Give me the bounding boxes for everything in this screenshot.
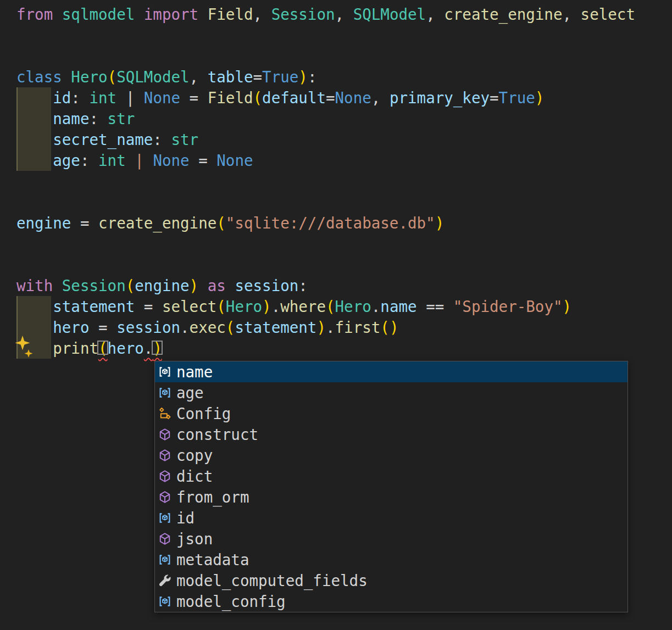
code-line[interactable]: name: str <box>16 108 635 129</box>
code-line[interactable] <box>16 233 635 254</box>
code-token: = <box>89 319 116 336</box>
code-token: : <box>80 152 98 169</box>
symbol-method-icon <box>158 470 171 483</box>
code-token: default <box>262 89 326 107</box>
code-token: == <box>417 298 453 315</box>
code-token: with <box>16 277 53 294</box>
code-token: ) <box>435 214 445 232</box>
code-editor-screenshot: { "theme": { "editor_background": "#2121… <box>0 0 672 630</box>
symbol-property-wrench-icon <box>158 574 171 587</box>
code-token: from <box>16 5 53 23</box>
code-token <box>135 5 144 23</box>
suggestion-item-age[interactable]: age <box>155 382 627 403</box>
code-token: where <box>280 298 326 315</box>
code-area[interactable]: from sqlmodel import Field, Session, SQL… <box>16 4 635 359</box>
code-token: "sqlite:///database.db" <box>226 214 435 232</box>
code-line[interactable]: hero = session.exec(statement).first() <box>16 317 635 338</box>
code-token: . <box>371 298 381 315</box>
bracket-match-token: ( <box>98 339 108 357</box>
suggestion-label: json <box>176 528 213 549</box>
code-token: , <box>562 5 580 23</box>
code-line[interactable]: age: int | None = None <box>16 150 635 171</box>
suggestion-item-from_orm[interactable]: from_orm <box>155 487 627 508</box>
code-line[interactable] <box>16 25 635 46</box>
code-token: | <box>116 89 144 107</box>
copilot-sparkle-icon[interactable] <box>14 335 37 360</box>
suggestion-item-id[interactable]: id <box>155 508 627 528</box>
code-line[interactable]: statement = select(Hero).where(Hero.name… <box>16 296 635 317</box>
suggestion-item-Config[interactable]: Config <box>155 403 627 424</box>
code-token <box>16 89 53 107</box>
code-token <box>53 277 62 294</box>
code-token: Field <box>208 5 253 23</box>
code-token: Session <box>271 5 335 23</box>
code-token: , <box>426 5 444 23</box>
code-line[interactable] <box>16 46 635 66</box>
code-line[interactable]: print(hero.) <box>16 338 635 359</box>
symbol-method-icon <box>158 490 171 504</box>
code-token: ) <box>190 277 199 294</box>
code-token: select <box>581 5 635 23</box>
symbol-method-icon <box>158 532 171 545</box>
symbol-class-icon <box>158 407 171 420</box>
code-line[interactable] <box>16 171 635 192</box>
code-token: None <box>144 89 180 107</box>
code-token: ( <box>380 319 390 336</box>
code-token: ( <box>216 214 226 232</box>
suggestion-item-metadata[interactable]: metadata <box>155 549 627 570</box>
code-token: ( <box>126 277 135 294</box>
code-line[interactable]: class Hero(SQLModel, table=True): <box>16 66 635 87</box>
code-token: = <box>490 89 499 107</box>
code-token: Hero <box>226 298 262 315</box>
code-token: secret_name <box>53 131 153 148</box>
code-token: engine <box>16 214 71 232</box>
code-token: Session <box>62 277 126 294</box>
suggestion-item-model_computed_fields[interactable]: model_computed_fields <box>155 570 627 591</box>
code-token: ) <box>535 89 545 107</box>
suggestion-item-construct[interactable]: construct <box>155 424 627 445</box>
suggestion-item-copy[interactable]: copy <box>155 445 627 466</box>
suggestion-item-dict[interactable]: dict <box>155 466 627 487</box>
suggestion-label: age <box>176 382 204 403</box>
code-token: True <box>262 68 298 86</box>
code-line[interactable] <box>16 254 635 275</box>
code-token: . <box>271 298 281 315</box>
symbol-field-icon <box>158 553 171 566</box>
code-token: Hero <box>71 68 107 86</box>
code-token <box>16 298 53 315</box>
code-line[interactable]: with Session(engine) as session: <box>16 275 635 296</box>
code-token: exec <box>190 319 226 336</box>
code-line[interactable] <box>16 192 635 213</box>
editor-surface[interactable]: from sqlmodel import Field, Session, SQL… <box>0 0 672 630</box>
code-token <box>53 5 62 23</box>
code-token: engine <box>135 277 189 294</box>
code-token: , <box>253 5 271 23</box>
suggestion-label: from_orm <box>176 487 249 508</box>
code-token: Hero <box>335 298 371 315</box>
code-token <box>198 5 208 23</box>
symbol-field-icon <box>158 365 171 378</box>
suggest-widget: name age Config construct copy dict from… <box>154 361 628 612</box>
suggestion-item-name[interactable]: name <box>155 361 627 382</box>
suggestion-label: Config <box>176 403 231 424</box>
code-token: : <box>153 131 171 148</box>
code-token: sqlmodel <box>62 5 135 23</box>
code-token <box>16 319 53 336</box>
symbol-method-icon <box>158 449 171 462</box>
suggestion-label: model_computed_fields <box>176 570 368 591</box>
code-token <box>126 152 135 169</box>
code-token: : <box>308 68 317 86</box>
code-token <box>226 277 235 294</box>
suggestion-item-model_config[interactable]: model_config <box>155 591 627 612</box>
code-token: ( <box>253 89 263 107</box>
code-line[interactable]: secret_name: str <box>16 129 635 150</box>
code-token: int <box>98 152 126 169</box>
code-token: print <box>53 339 98 357</box>
code-line[interactable]: id: int | None = Field(default=None, pri… <box>16 87 635 108</box>
code-line[interactable]: from sqlmodel import Field, Session, SQL… <box>16 4 635 25</box>
code-token <box>62 68 71 86</box>
code-token: . <box>326 319 335 336</box>
code-token: create_engine <box>98 214 216 232</box>
code-line[interactable]: engine = create_engine("sqlite:///databa… <box>16 213 635 233</box>
suggestion-item-json[interactable]: json <box>155 528 627 549</box>
